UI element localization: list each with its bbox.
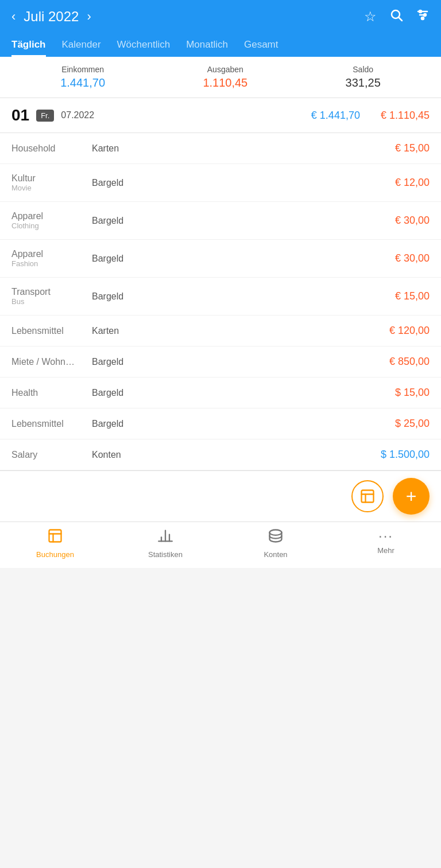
category-transport: Transport Bus: [11, 287, 92, 306]
account-label: Bargeld: [92, 291, 395, 302]
table-row[interactable]: Transport Bus Bargeld € 15,00: [0, 278, 441, 316]
mehr-icon: ···: [378, 528, 393, 544]
table-row[interactable]: Salary Konten $ 1.500,00: [0, 439, 441, 470]
summary-balance: Saldo 331,25: [346, 65, 381, 89]
view-tabs: Täglich Kalender Wöchentlich Monatlich G…: [11, 34, 430, 57]
transaction-list: Household Karten € 15,00 Kultur Movie Ba…: [0, 133, 441, 470]
nav-konten[interactable]: Konten: [220, 528, 331, 559]
amount: € 30,00: [395, 252, 430, 264]
plus-icon: +: [406, 486, 417, 507]
account-label: Bargeld: [92, 388, 395, 398]
table-row[interactable]: Health Bargeld $ 15,00: [0, 377, 441, 408]
nav-mehr[interactable]: ··· Mehr: [331, 528, 441, 559]
search-icon[interactable]: [389, 8, 403, 25]
svg-line-1: [399, 18, 403, 21]
amount: $ 15,00: [395, 387, 430, 399]
tab-gesamt[interactable]: Gesamt: [244, 34, 278, 57]
header-top: ‹ Juli 2022 › ☆: [11, 8, 430, 25]
amount: € 30,00: [395, 215, 430, 227]
buchungen-icon: [47, 528, 63, 548]
table-row[interactable]: Apparel Fashion Bargeld € 30,00: [0, 240, 441, 278]
konten-label: Konten: [264, 550, 287, 559]
table-row[interactable]: Household Karten € 15,00: [0, 133, 441, 164]
app-container: ‹ Juli 2022 › ☆: [0, 0, 441, 568]
income-label: Einkommen: [60, 65, 105, 74]
svg-rect-11: [49, 530, 61, 542]
amount: $ 25,00: [395, 418, 430, 430]
nav-statistiken[interactable]: Statistiken: [110, 528, 220, 559]
tab-monatlich[interactable]: Monatlich: [186, 34, 228, 57]
account-label: Bargeld: [92, 216, 395, 226]
nav-buchungen[interactable]: Buchungen: [0, 528, 110, 559]
tab-kalender[interactable]: Kalender: [62, 34, 101, 57]
account-label: Bargeld: [92, 254, 395, 264]
svg-rect-8: [362, 491, 374, 503]
date-row[interactable]: 01 Fr. 07.2022 € 1.441,70 € 1.110,45: [0, 98, 441, 133]
table-row[interactable]: Apparel Clothing Bargeld € 30,00: [0, 202, 441, 240]
tab-taeglich[interactable]: Täglich: [11, 34, 46, 57]
filter-icon[interactable]: [416, 8, 430, 25]
day-income: € 1.441,70: [311, 110, 360, 122]
bottom-navigation: Buchungen Statistiken Konte: [0, 521, 441, 568]
category-kultur: Kultur Movie: [11, 173, 92, 192]
prev-month-button[interactable]: ‹: [11, 9, 16, 24]
account-label: Bargeld: [92, 357, 389, 367]
balance-label: Saldo: [346, 65, 381, 74]
header-actions: ☆: [364, 8, 430, 25]
summary-expense: Ausgaben 1.110,45: [203, 65, 247, 89]
expense-value: 1.110,45: [203, 76, 247, 89]
account-label: Bargeld: [92, 419, 395, 429]
amount: € 15,00: [395, 142, 430, 154]
svg-point-5: [419, 10, 421, 13]
account-label: Bargeld: [92, 178, 395, 188]
table-row[interactable]: Lebensmittel Karten € 120,00: [0, 316, 441, 347]
category-lebensmittel-2: Lebensmittel: [11, 419, 92, 429]
balance-value: 331,25: [346, 76, 381, 89]
add-transaction-button[interactable]: +: [393, 478, 430, 515]
category-apparel-clothing: Apparel Clothing: [11, 211, 92, 230]
konten-icon: [268, 528, 284, 548]
month-navigation: ‹ Juli 2022 ›: [11, 9, 91, 25]
month-year: 07.2022: [61, 110, 304, 120]
category-salary: Salary: [11, 450, 92, 460]
income-value: 1.441,70: [60, 76, 105, 89]
fab-area: +: [0, 470, 441, 521]
expense-label: Ausgaben: [203, 65, 247, 74]
day-number: 01: [11, 106, 29, 124]
amount: € 850,00: [389, 356, 430, 368]
statistiken-icon: [157, 528, 173, 548]
tab-woechentlich[interactable]: Wöchentlich: [117, 34, 171, 57]
category-miete: Miete / Wohn…: [11, 357, 92, 367]
next-month-button[interactable]: ›: [87, 9, 91, 24]
statistiken-label: Statistiken: [148, 550, 183, 559]
category-health: Health: [11, 388, 92, 398]
buchungen-label: Buchungen: [36, 550, 74, 559]
account-label: Karten: [92, 143, 395, 154]
table-row[interactable]: Lebensmittel Bargeld $ 25,00: [0, 408, 441, 439]
category-lebensmittel-1: Lebensmittel: [11, 326, 92, 336]
amount: € 12,00: [395, 177, 430, 189]
svg-point-6: [424, 14, 426, 16]
amount: $ 1.500,00: [381, 449, 430, 461]
account-label: Karten: [92, 326, 389, 336]
current-month-title: Juli 2022: [24, 9, 79, 25]
svg-point-7: [421, 17, 424, 20]
amount: € 15,00: [395, 290, 430, 302]
header: ‹ Juli 2022 › ☆: [0, 0, 441, 57]
amount: € 120,00: [389, 325, 430, 337]
favorites-icon[interactable]: ☆: [364, 9, 377, 25]
day-expense: € 1.110,45: [381, 110, 430, 122]
account-label: Konten: [92, 450, 381, 460]
svg-point-18: [270, 530, 282, 535]
secondary-fab-button[interactable]: [351, 480, 384, 512]
category-apparel-fashion: Apparel Fashion: [11, 249, 92, 268]
summary-income: Einkommen 1.441,70: [60, 65, 105, 89]
category-household: Household: [11, 143, 92, 154]
weekday-badge: Fr.: [36, 110, 54, 122]
mehr-label: Mehr: [377, 546, 394, 555]
table-row[interactable]: Miete / Wohn… Bargeld € 850,00: [0, 347, 441, 377]
summary-bar: Einkommen 1.441,70 Ausgaben 1.110,45 Sal…: [0, 57, 441, 98]
table-row[interactable]: Kultur Movie Bargeld € 12,00: [0, 164, 441, 202]
